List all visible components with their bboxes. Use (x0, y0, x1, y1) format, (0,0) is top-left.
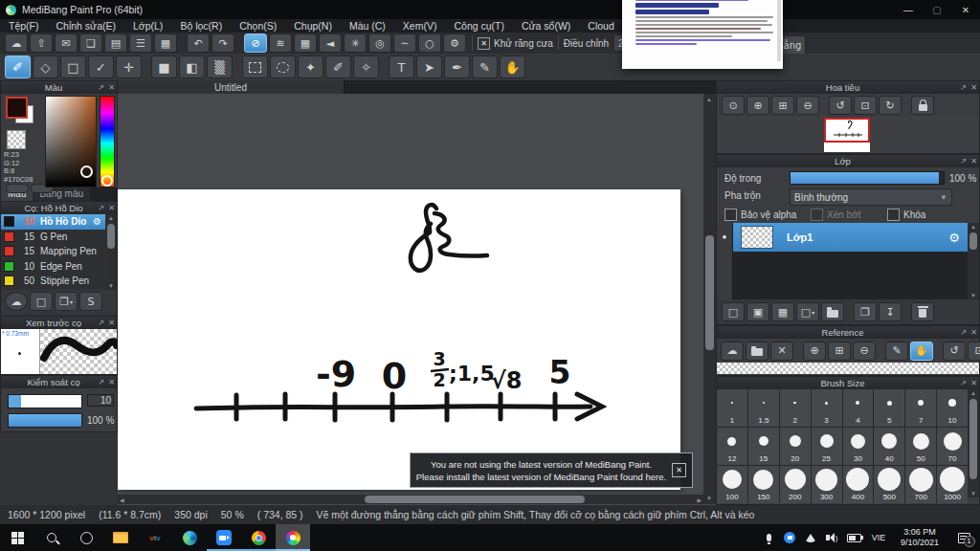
fit-screen-icon[interactable]: ⊞ (771, 96, 794, 115)
rotate-ccw-icon[interactable]: ↺ (829, 96, 852, 115)
add-layer-menu-icon[interactable]: □▾ (796, 302, 819, 321)
brush-size-cell[interactable]: 500 (874, 466, 904, 503)
opacity-slider[interactable] (790, 171, 945, 185)
menu-item-chpn[interactable]: Chụp(N) (285, 19, 341, 33)
move-tool-icon[interactable]: ✛ (116, 55, 142, 78)
brush-size-cell[interactable]: 70 (937, 428, 968, 465)
popout-icon[interactable]: ↗ (958, 328, 969, 337)
undo-icon[interactable]: ↶ (187, 33, 210, 53)
brush-size-cell[interactable]: 15 (748, 428, 779, 465)
volume-icon[interactable]: ) (821, 524, 842, 551)
ref-hand-icon[interactable]: ✋ (910, 342, 933, 361)
popout-icon[interactable]: ↗ (958, 157, 969, 165)
eyedropper-tool-icon[interactable]: ✎ (472, 55, 498, 78)
menu-item-chns[interactable]: Chọn(S) (231, 19, 285, 33)
brush-list-item[interactable]: 50Stipple Pen (1, 274, 105, 289)
ref-rotate-ccw-icon[interactable]: ↺ (943, 342, 966, 361)
brush-tool-icon[interactable]: ✐ (5, 55, 31, 78)
menu-item-xemv[interactable]: Xem(V) (394, 19, 446, 33)
popout-icon[interactable]: ↗ (958, 83, 969, 92)
close-icon[interactable]: ✕ (969, 328, 979, 337)
lock-checkbox[interactable] (887, 209, 900, 221)
brush-size-cell[interactable]: 700 (905, 466, 936, 503)
close-icon[interactable]: ✕ (969, 379, 979, 387)
menu-item-casw[interactable]: Cửa sổ(W) (513, 19, 579, 33)
saturation-value-picker[interactable] (45, 96, 97, 187)
brush-size-scrollbar[interactable]: ▲ ▼ (968, 389, 979, 497)
ref-folder-icon[interactable] (746, 342, 768, 361)
brush-size-cell[interactable]: 400 (843, 466, 874, 503)
layer-visible-icon[interactable]: ● (723, 232, 727, 241)
menu-item-cloud[interactable]: Cloud (579, 19, 622, 33)
brush-size-cell[interactable]: 1.5 (748, 389, 779, 427)
brush-size-cell[interactable]: 10 (937, 389, 968, 427)
message-icon[interactable]: ✉ (55, 33, 78, 53)
brush-list-item[interactable]: 10Edge Pen (1, 259, 105, 275)
blend-dropdown[interactable]: Bình thường▼ (790, 188, 952, 206)
add-layer-icon[interactable]: □ (722, 302, 745, 321)
menu-item-lpl[interactable]: Lớp(L) (124, 19, 171, 33)
floating-window-scrollbar[interactable] (777, 0, 781, 61)
brush-size-cell[interactable]: 2 (780, 389, 811, 427)
zoom-out-icon[interactable]: ⊖ (796, 96, 819, 115)
menu-item-chnhsae[interactable]: Chỉnh sửa(E) (48, 19, 124, 33)
layer-row[interactable]: Lớp1 ⚙ (733, 223, 968, 252)
layer-scrollbar[interactable]: ▲ ▼ (968, 223, 979, 299)
foreground-color-swatch[interactable] (6, 97, 28, 119)
hand-tool-icon[interactable]: ✋ (500, 55, 525, 78)
snap-concentric-icon[interactable]: ◎ (368, 33, 391, 53)
brush-cloud-icon[interactable]: ☁ (5, 292, 28, 311)
brush-size-slider[interactable] (8, 394, 82, 408)
canvas-tab[interactable]: Untitled (118, 80, 345, 94)
popout-icon[interactable]: ↗ (96, 378, 106, 386)
minimize-button[interactable]: — (894, 0, 923, 19)
upload-icon[interactable]: ⇧ (30, 33, 53, 53)
battery-icon[interactable] (842, 524, 865, 551)
maximize-button[interactable]: ▢ (923, 0, 951, 19)
rotate-reset-icon[interactable]: ⊡ (854, 96, 877, 115)
navigator-thumbnail[interactable] (824, 118, 870, 152)
clock[interactable]: 3:06 PM 9/10/2021 (892, 524, 947, 551)
search-icon[interactable] (34, 524, 69, 551)
zoom-tray-icon[interactable] (779, 524, 800, 551)
text-tool-icon[interactable]: T (389, 55, 414, 78)
clipping-checkbox[interactable] (811, 209, 823, 221)
brush-size-cell[interactable]: 1000 (937, 466, 968, 503)
alpha-protect-checkbox[interactable] (724, 209, 737, 221)
close-icon[interactable]: ✕ (106, 83, 117, 92)
ref-zoom-in-icon[interactable]: ⊕ (803, 342, 826, 361)
canvas-grid-icon[interactable]: ▦ (154, 33, 177, 53)
transparent-color-swatch[interactable] (7, 130, 26, 149)
brush-script-icon[interactable]: S (79, 292, 102, 311)
rotate-cw-icon[interactable]: ↻ (879, 96, 902, 115)
zoom-app-icon[interactable] (207, 524, 241, 551)
document-icon[interactable]: ▤ (104, 33, 127, 53)
comment-icon[interactable]: ❑ (79, 33, 102, 53)
brush-size-cell[interactable]: 300 (812, 466, 842, 503)
duplicate-layer-icon[interactable]: ❐ (854, 302, 877, 321)
layer-settings-gear-icon[interactable]: ⚙ (948, 231, 960, 245)
language-indicator[interactable]: VIE (865, 524, 892, 551)
brush-size-cell[interactable]: 150 (748, 466, 779, 503)
list-icon[interactable]: ☰ (129, 33, 152, 53)
add-brush-icon[interactable]: □ (30, 292, 53, 311)
brush-size-cell[interactable]: 4 (843, 389, 874, 427)
dot-tool-icon[interactable]: □ (60, 55, 86, 78)
cloud-icon[interactable]: ☁ (5, 33, 28, 53)
close-button[interactable]: ✕ (951, 0, 980, 19)
duplicate-brush-icon[interactable]: ❐▾ (55, 292, 78, 311)
lasso-tool-icon[interactable] (270, 55, 296, 78)
brush-size-cell[interactable]: 200 (780, 466, 811, 503)
check-tool-icon[interactable]: ✓ (88, 55, 114, 78)
magic-wand-tool-icon[interactable]: ✦ (298, 55, 323, 78)
pen-tool-icon[interactable]: ✒ (444, 55, 470, 78)
add-1bit-layer-icon[interactable]: ▦ (771, 302, 794, 321)
brush-size-cell[interactable]: 30 (843, 428, 874, 465)
add-color-layer-icon[interactable]: ▣ (746, 302, 769, 321)
ref-close-icon[interactable]: ✕ (770, 342, 793, 361)
brush-size-cell[interactable]: 7 (905, 389, 936, 427)
fill-tool-icon[interactable]: ■ (151, 55, 177, 78)
snap-ellipse-icon[interactable]: ○ (418, 33, 441, 53)
select-eraser-tool-icon[interactable]: ✧ (353, 55, 379, 78)
brush-size-cell[interactable]: 40 (874, 428, 904, 465)
